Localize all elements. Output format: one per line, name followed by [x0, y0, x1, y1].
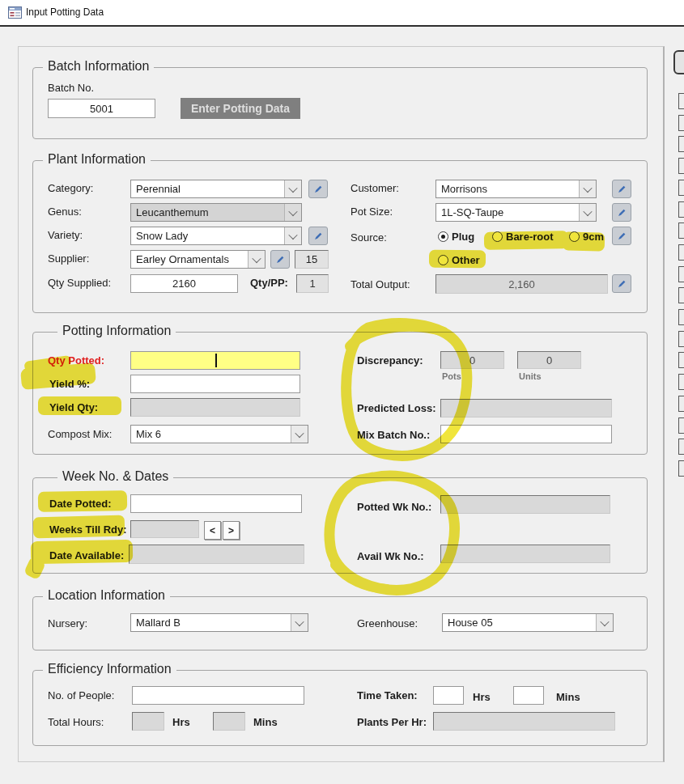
cropped-right-button-stub[interactable]: [678, 374, 684, 390]
qty-pp-label: Qty/PP:: [250, 277, 288, 289]
units-caption: Units: [519, 371, 542, 381]
no-of-people-input[interactable]: [132, 686, 304, 705]
cropped-right-button-stub[interactable]: [678, 222, 684, 239]
pencil-icon: [274, 254, 286, 265]
chevron-down-icon[interactable]: [579, 180, 596, 197]
cropped-right-button-stub[interactable]: [678, 266, 684, 282]
chevron-down-icon[interactable]: [291, 614, 308, 631]
category-combo[interactable]: Perennial: [130, 180, 302, 198]
nursery-combo[interactable]: Mallard B: [130, 613, 308, 632]
chevron-down-icon[interactable]: [284, 204, 301, 221]
cropped-right-button-stub[interactable]: [678, 93, 684, 109]
edit-variety-button[interactable]: [308, 227, 328, 245]
cropped-right-button-stub[interactable]: [678, 244, 684, 261]
source-bareroot-radio[interactable]: [492, 231, 503, 242]
group-title: Plant Information: [43, 152, 151, 167]
source-bareroot-label[interactable]: Bare-root: [506, 231, 554, 243]
cropped-right-button-stub[interactable]: [678, 352, 684, 368]
enter-potting-data-button[interactable]: Enter Potting Data: [181, 98, 300, 119]
source-plug-label[interactable]: Plug: [452, 231, 474, 243]
customer-label: Customer:: [350, 182, 399, 194]
batch-no-label: Batch No.: [48, 82, 94, 94]
chevron-down-icon[interactable]: [284, 180, 301, 197]
edit-pot-size-button[interactable]: [612, 203, 631, 222]
chevron-down-icon[interactable]: [596, 614, 613, 631]
category-label: Category:: [48, 182, 93, 194]
window-title-bar: Input Potting Data: [0, 0, 684, 25]
time-taken-mins-input[interactable]: [513, 686, 544, 705]
genus-label: Genus:: [48, 206, 82, 218]
weeks-increment-button[interactable]: >: [223, 521, 240, 540]
potted-wk-no-label: Potted Wk No.:: [357, 501, 431, 513]
cropped-right-button-stub[interactable]: [678, 396, 684, 412]
input-potting-data-window: Input Potting Data Batch Information Bat…: [0, 0, 684, 784]
cropped-right-button-stub[interactable]: [678, 158, 684, 174]
yield-pct-label: Yield %:: [49, 378, 90, 390]
qty-pp-field: 1: [296, 274, 329, 293]
greenhouse-combo[interactable]: House 05: [442, 613, 614, 632]
qty-supplied-input[interactable]: 2160: [130, 274, 238, 293]
yield-qty-label: Yield Qty:: [49, 401, 98, 413]
plants-per-hr-label: Plants Per Hr:: [357, 716, 427, 728]
source-other-radio[interactable]: [438, 255, 448, 265]
pots-caption: Pots: [442, 371, 461, 381]
variety-combo[interactable]: Snow Lady: [130, 227, 302, 245]
edit-source-button[interactable]: [612, 227, 631, 245]
efficiency-information-group: Efficiency Information No. of People: To…: [32, 670, 648, 746]
weeks-decrement-button[interactable]: <: [204, 521, 221, 540]
source-9cm-label[interactable]: 9cm: [583, 231, 604, 243]
supplier-combo[interactable]: Earley Ornamentals: [130, 250, 266, 269]
cropped-right-button[interactable]: [673, 50, 684, 74]
plants-per-hr-field: [433, 712, 615, 731]
cropped-right-button-stub[interactable]: [678, 136, 684, 152]
edit-total-output-button[interactable]: [612, 274, 631, 293]
customer-combo[interactable]: Morrisons: [435, 180, 597, 198]
cropped-right-button-stub[interactable]: [678, 180, 684, 196]
compost-mix-combo[interactable]: Mix 6: [130, 425, 308, 443]
text-cursor: [215, 354, 217, 367]
source-plug-radio[interactable]: [438, 231, 448, 242]
genus-combo[interactable]: Leucanthemum: [130, 203, 302, 222]
total-hours-hrs-field: [132, 712, 164, 731]
pencil-icon: [616, 184, 627, 195]
source-other-label[interactable]: Other: [452, 254, 480, 266]
cropped-right-button-stub[interactable]: [678, 201, 684, 218]
date-available-label: Date Available:: [49, 549, 124, 562]
cropped-right-button-stub[interactable]: [678, 417, 684, 434]
chevron-down-icon[interactable]: [248, 251, 265, 268]
mix-batch-no-label: Mix Batch No.:: [357, 429, 430, 441]
weeks-till-rdy-field: [130, 520, 199, 538]
edit-category-button[interactable]: [308, 180, 328, 198]
mix-batch-no-input[interactable]: [440, 425, 612, 443]
chevron-down-icon[interactable]: [579, 204, 596, 221]
mins-caption: Mins: [556, 691, 580, 703]
group-title: Batch Information: [43, 59, 154, 74]
batch-no-input[interactable]: 5001: [48, 99, 155, 118]
variety-label: Variety:: [48, 229, 83, 241]
chevron-down-icon[interactable]: [291, 426, 308, 443]
edit-customer-button[interactable]: [612, 180, 631, 198]
date-potted-input[interactable]: [130, 494, 302, 513]
group-title: Potting Information: [57, 324, 176, 338]
cropped-right-button-stub[interactable]: [678, 115, 684, 131]
cropped-right-button-stub[interactable]: [678, 331, 684, 347]
cropped-right-button-stub[interactable]: [678, 460, 684, 477]
pot-size-combo[interactable]: 1L-SQ-Taupe: [435, 203, 597, 222]
cropped-right-button-stub[interactable]: [678, 439, 684, 455]
group-title: Efficiency Information: [43, 662, 176, 676]
yield-qty-field: [130, 398, 300, 417]
source-9cm-radio[interactable]: [569, 231, 580, 242]
hrs-caption: Hrs: [172, 716, 190, 728]
predicted-loss-field: [440, 399, 612, 417]
time-taken-hrs-input[interactable]: [433, 686, 464, 705]
discrepancy-pots-field: 0: [440, 351, 504, 369]
cropped-right-button-stub[interactable]: [678, 309, 684, 325]
edit-supplier-button[interactable]: [270, 250, 290, 269]
yield-pct-input[interactable]: [130, 375, 300, 393]
chevron-down-icon[interactable]: [284, 227, 301, 244]
total-hours-label: Total Hours:: [48, 716, 104, 728]
supplier-label: Supplier:: [48, 252, 89, 265]
cropped-right-button-stub[interactable]: [678, 287, 684, 303]
pencil-icon: [616, 278, 627, 290]
title-separator: [0, 25, 684, 27]
